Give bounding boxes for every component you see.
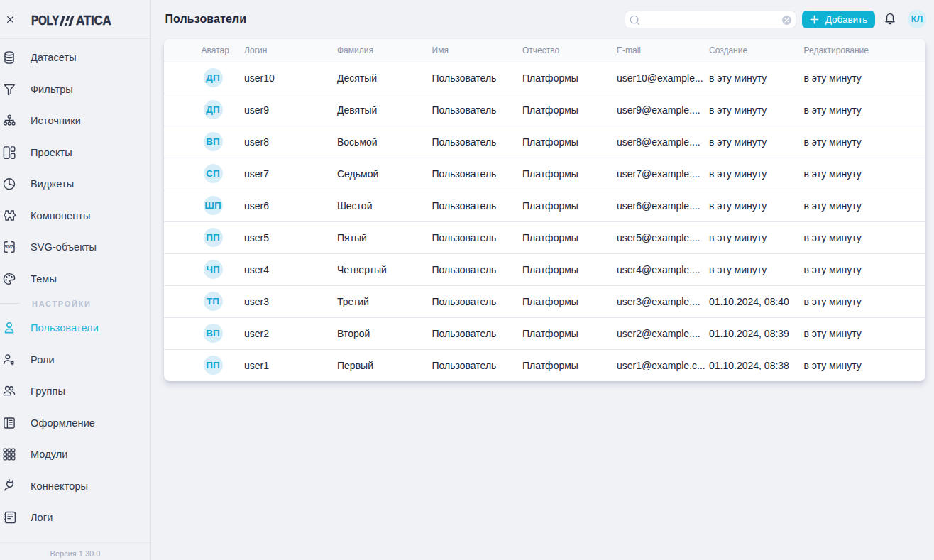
svg-text:SVG: SVG [4,245,15,250]
